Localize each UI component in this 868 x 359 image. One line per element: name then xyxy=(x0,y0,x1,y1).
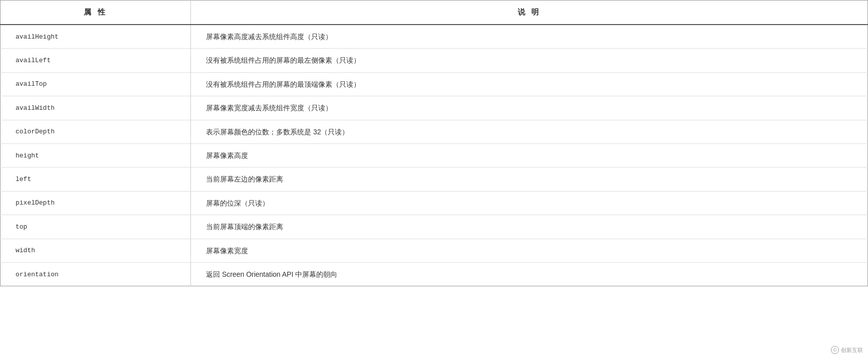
cell-description: 屏幕像素高度减去系统组件高度（只读） xyxy=(191,25,868,49)
properties-table: 属 性 说 明 availHeight屏幕像素高度减去系统组件高度（只读）ava… xyxy=(0,0,868,286)
table-row: orientation返回 Screen Orientation API 中屏幕… xyxy=(1,262,868,286)
table-row: width屏幕像素宽度 xyxy=(1,239,868,262)
cell-description: 屏幕像素宽度 xyxy=(191,239,868,262)
cell-property: pixelDepth xyxy=(1,191,191,215)
page-container: 属 性 说 明 availHeight屏幕像素高度减去系统组件高度（只读）ava… xyxy=(0,0,868,359)
table-row: left当前屏幕左边的像素距离 xyxy=(1,167,868,191)
header-description: 说 明 xyxy=(191,1,868,25)
cell-description: 屏幕像素宽度减去系统组件宽度（只读） xyxy=(191,96,868,120)
cell-description: 屏幕的位深（只读） xyxy=(191,191,868,215)
cell-description: 没有被系统组件占用的屏幕的最左侧像素（只读） xyxy=(191,49,868,72)
table-row: availLeft没有被系统组件占用的屏幕的最左侧像素（只读） xyxy=(1,49,868,72)
watermark-icon: © xyxy=(831,346,839,354)
cell-property: colorDepth xyxy=(1,120,191,143)
cell-property: availHeight xyxy=(1,25,191,49)
table-row: pixelDepth屏幕的位深（只读） xyxy=(1,191,868,215)
cell-description: 当前屏幕顶端的像素距离 xyxy=(191,215,868,239)
table-row: height屏幕像素高度 xyxy=(1,143,868,167)
watermark: © 创新互联 xyxy=(831,346,863,354)
cell-description: 没有被系统组件占用的屏幕的最顶端像素（只读） xyxy=(191,72,868,96)
cell-description: 屏幕像素高度 xyxy=(191,143,868,167)
table-row: colorDepth表示屏幕颜色的位数；多数系统是 32（只读） xyxy=(1,120,868,143)
table-row: availWidth屏幕像素宽度减去系统组件宽度（只读） xyxy=(1,96,868,120)
cell-property: height xyxy=(1,143,191,167)
header-property: 属 性 xyxy=(1,1,191,25)
cell-property: width xyxy=(1,239,191,262)
cell-property: orientation xyxy=(1,262,191,286)
cell-property: top xyxy=(1,215,191,239)
cell-property: availTop xyxy=(1,72,191,96)
cell-property: availWidth xyxy=(1,96,191,120)
cell-property: left xyxy=(1,167,191,191)
table-row: top当前屏幕顶端的像素距离 xyxy=(1,215,868,239)
cell-description: 表示屏幕颜色的位数；多数系统是 32（只读） xyxy=(191,120,868,143)
table-row: availTop没有被系统组件占用的屏幕的最顶端像素（只读） xyxy=(1,72,868,96)
watermark-text: 创新互联 xyxy=(841,346,863,354)
cell-property: availLeft xyxy=(1,49,191,72)
cell-description: 返回 Screen Orientation API 中屏幕的朝向 xyxy=(191,262,868,286)
table-row: availHeight屏幕像素高度减去系统组件高度（只读） xyxy=(1,25,868,49)
table-header-row: 属 性 说 明 xyxy=(1,1,868,25)
cell-description: 当前屏幕左边的像素距离 xyxy=(191,167,868,191)
